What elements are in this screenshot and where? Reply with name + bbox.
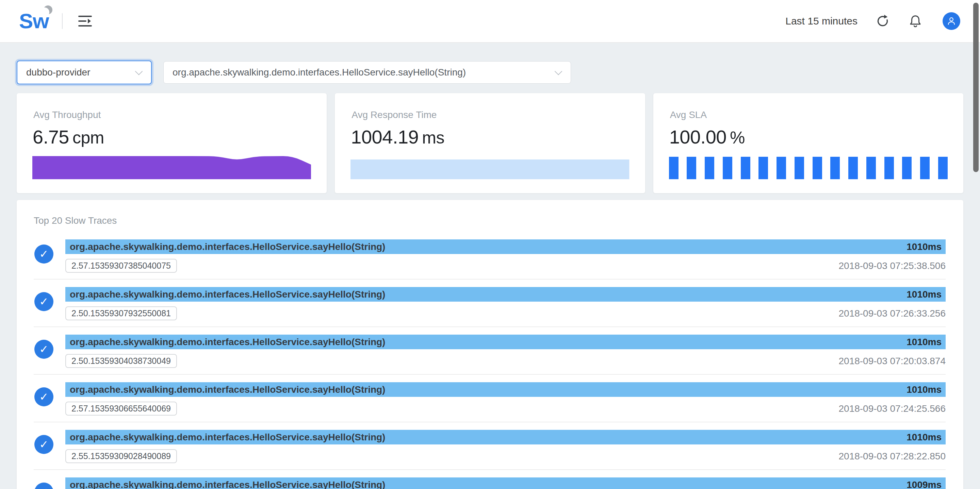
sla-bar xyxy=(938,157,948,179)
metric-value: 1004.19 xyxy=(351,126,418,148)
sla-bar xyxy=(759,157,768,179)
chevron-down-icon xyxy=(135,67,143,75)
notification-bell-icon[interactable] xyxy=(908,14,923,29)
sla-bar xyxy=(669,157,679,179)
sla-bar xyxy=(705,157,714,179)
metric-unit: % xyxy=(730,128,745,147)
time-range-selector[interactable]: Last 15 minutes xyxy=(785,15,858,27)
trace-id-chip: 2.57.15359306655640069 xyxy=(65,402,177,416)
response-time-area-chart xyxy=(350,159,629,179)
trace-duration-bar[interactable]: org.apache.skywalking.demo.interfaces.He… xyxy=(65,287,946,302)
endpoint-select[interactable]: org.apache.skywalking.demo.interfaces.He… xyxy=(163,61,571,84)
trace-operation-name: org.apache.skywalking.demo.interfaces.He… xyxy=(70,479,385,489)
trace-row[interactable]: ✓ org.apache.skywalking.demo.interfaces.… xyxy=(34,327,946,375)
trace-duration: 1010ms xyxy=(907,337,942,348)
card-value: 100.00% xyxy=(669,126,745,148)
trace-meta: 2.57.15359307385040075 2018-09-03 07:25:… xyxy=(65,259,946,273)
trace-duration: 1009ms xyxy=(907,479,942,489)
card-avg-throughput: Avg Throughput 6.75cpm xyxy=(17,93,327,193)
trace-duration: 1010ms xyxy=(907,241,942,252)
trace-content: org.apache.skywalking.demo.interfaces.He… xyxy=(65,335,946,368)
trace-row[interactable]: ✓ org.apache.skywalking.demo.interfaces.… xyxy=(34,422,946,470)
user-avatar[interactable] xyxy=(943,12,960,30)
metric-unit: cpm xyxy=(73,128,104,147)
trace-content: org.apache.skywalking.demo.interfaces.He… xyxy=(65,382,946,416)
trace-meta: 2.57.15359306655640069 2018-09-03 07:24:… xyxy=(65,402,946,416)
sla-bar-chart xyxy=(669,157,948,179)
card-title: Avg SLA xyxy=(670,110,707,121)
throughput-area-chart xyxy=(32,156,311,179)
sla-bar xyxy=(776,157,786,179)
trace-row[interactable]: ✓ org.apache.skywalking.demo.interfaces.… xyxy=(34,470,946,489)
menu-unfold-icon[interactable] xyxy=(78,14,92,27)
sla-bar xyxy=(920,157,930,179)
top-bar: Sw Last 15 minutes xyxy=(0,0,980,43)
sla-bar xyxy=(813,157,822,179)
trace-meta: 2.55.15359309028490089 2018-09-03 07:28:… xyxy=(65,449,946,463)
metric-unit: ms xyxy=(422,128,444,147)
trace-id-chip: 2.50.15359307932550081 xyxy=(65,306,177,320)
trace-operation-name: org.apache.skywalking.demo.interfaces.He… xyxy=(70,289,385,300)
metric-value: 6.75 xyxy=(33,126,69,148)
trace-operation-name: org.apache.skywalking.demo.interfaces.He… xyxy=(70,432,385,443)
scrollbar-thumb[interactable] xyxy=(973,3,978,172)
main-content: dubbo-provider org.apache.skywalking.dem… xyxy=(0,60,980,489)
card-value: 1004.19ms xyxy=(351,126,444,148)
sla-bar xyxy=(902,157,912,179)
sla-bar xyxy=(866,157,876,179)
panel-title: Top 20 Slow Traces xyxy=(34,216,946,226)
endpoint-select-value: org.apache.skywalking.demo.interfaces.He… xyxy=(172,67,466,78)
card-title: Avg Response Time xyxy=(352,110,437,121)
logo-text: Sw xyxy=(19,9,49,33)
trace-id-chip: 2.50.15359304038730049 xyxy=(65,354,177,368)
check-circle-icon: ✓ xyxy=(34,244,53,264)
trace-duration: 1010ms xyxy=(907,384,942,395)
filter-row: dubbo-provider org.apache.skywalking.dem… xyxy=(17,60,963,84)
metric-cards-row: Avg Throughput 6.75cpm Avg Response Time… xyxy=(17,93,963,193)
trace-operation-name: org.apache.skywalking.demo.interfaces.He… xyxy=(70,384,385,395)
trace-start-time: 2018-09-03 07:26:33.256 xyxy=(839,308,946,319)
trace-content: org.apache.skywalking.demo.interfaces.He… xyxy=(65,478,946,489)
card-avg-sla: Avg SLA 100.00% xyxy=(653,93,963,193)
trace-id-chip: 2.57.15359307385040075 xyxy=(65,259,177,273)
trace-duration-bar[interactable]: org.apache.skywalking.demo.interfaces.He… xyxy=(65,478,946,489)
trace-row[interactable]: ✓ org.apache.skywalking.demo.interfaces.… xyxy=(34,232,946,279)
trace-duration-bar[interactable]: org.apache.skywalking.demo.interfaces.He… xyxy=(65,335,946,349)
trace-duration: 1010ms xyxy=(907,432,942,443)
trace-operation-name: org.apache.skywalking.demo.interfaces.He… xyxy=(70,241,385,252)
metric-value: 100.00 xyxy=(669,126,727,148)
check-circle-icon: ✓ xyxy=(34,292,53,311)
user-avatar-icon xyxy=(945,15,958,27)
header-divider xyxy=(62,13,63,29)
skywalking-logo: Sw xyxy=(19,11,49,32)
trace-duration-bar[interactable]: org.apache.skywalking.demo.interfaces.He… xyxy=(65,240,946,254)
card-avg-response-time: Avg Response Time 1004.19ms xyxy=(335,93,645,193)
check-circle-icon: ✓ xyxy=(34,387,53,406)
chevron-down-icon xyxy=(555,67,563,75)
trace-start-time: 2018-09-03 07:24:25.566 xyxy=(839,403,946,414)
sla-bar xyxy=(830,157,840,179)
trace-meta: 2.50.15359304038730049 2018-09-03 07:20:… xyxy=(65,354,946,368)
check-circle-icon: ✓ xyxy=(34,340,53,359)
sla-bar xyxy=(885,157,894,179)
trace-row[interactable]: ✓ org.apache.skywalking.demo.interfaces.… xyxy=(34,279,946,327)
refresh-icon[interactable] xyxy=(875,14,890,29)
sla-bar xyxy=(687,157,696,179)
trace-meta: 2.50.15359307932550081 2018-09-03 07:26:… xyxy=(65,306,946,320)
trace-content: org.apache.skywalking.demo.interfaces.He… xyxy=(65,287,946,320)
trace-content: org.apache.skywalking.demo.interfaces.He… xyxy=(65,240,946,273)
trace-start-time: 2018-09-03 07:28:22.850 xyxy=(839,451,946,462)
trace-duration: 1010ms xyxy=(907,289,942,300)
card-value: 6.75cpm xyxy=(33,126,104,148)
trace-duration-bar[interactable]: org.apache.skywalking.demo.interfaces.He… xyxy=(65,430,946,445)
sla-bar xyxy=(795,157,804,179)
trace-start-time: 2018-09-03 07:25:38.506 xyxy=(839,260,946,271)
trace-row[interactable]: ✓ org.apache.skywalking.demo.interfaces.… xyxy=(34,375,946,422)
check-circle-icon: ✓ xyxy=(34,483,53,489)
card-title: Avg Throughput xyxy=(33,110,101,121)
sla-bar xyxy=(723,157,732,179)
check-circle-icon: ✓ xyxy=(34,435,53,454)
trace-duration-bar[interactable]: org.apache.skywalking.demo.interfaces.He… xyxy=(65,382,946,397)
service-select[interactable]: dubbo-provider xyxy=(17,60,152,84)
sla-bar xyxy=(741,157,750,179)
